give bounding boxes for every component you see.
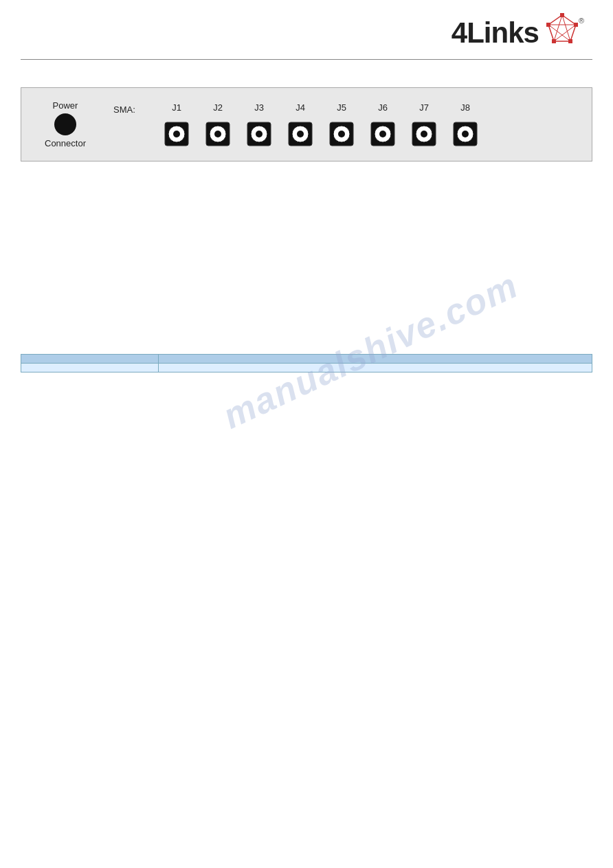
sma-port-J6: [362, 121, 403, 147]
sma-port-J3: [238, 121, 280, 147]
table-row: [21, 364, 592, 372]
svg-rect-10: [546, 23, 550, 27]
table-cell-col1: [21, 364, 159, 372]
svg-point-34: [462, 131, 469, 137]
sma-port-J8-label: J8: [460, 102, 470, 113]
logo-text: 4Links: [452, 16, 539, 49]
svg-rect-9: [552, 39, 556, 43]
svg-point-22: [297, 131, 304, 137]
sma-port-J2: [197, 121, 238, 147]
sma-port-J5-label: J5: [337, 102, 346, 113]
svg-line-1: [562, 15, 570, 41]
svg-point-28: [379, 131, 386, 137]
sma-port-J8-label-group: J8: [445, 102, 486, 117]
logo: 4Links ®: [452, 14, 586, 52]
power-label-top: Power: [53, 100, 78, 111]
sma-port-J5: [321, 121, 362, 147]
svg-point-19: [256, 131, 263, 137]
svg-point-13: [173, 131, 180, 137]
table-header-col1: [21, 355, 159, 364]
power-connector-icon: [54, 113, 76, 135]
svg-rect-7: [574, 23, 578, 27]
svg-line-3: [554, 25, 576, 41]
registered-symbol: ®: [579, 16, 584, 25]
svg-line-2: [554, 15, 562, 41]
sma-port-J1-label-group: J1: [156, 102, 197, 117]
power-label-bottom: Connector: [45, 138, 86, 148]
sma-header-row: SMA: J1 J2 J3 J4 J5: [113, 102, 486, 117]
data-table: [21, 354, 592, 372]
sma-port-J7-label: J7: [419, 102, 429, 113]
table-header-col2: [159, 355, 592, 364]
sma-port-J4-label: J4: [296, 102, 305, 113]
svg-point-31: [421, 131, 427, 137]
power-connector-section: Power Connector: [38, 100, 93, 148]
sma-port-J8: [445, 121, 486, 147]
svg-rect-8: [568, 39, 572, 43]
sma-port-J7-label-group: J7: [403, 102, 445, 117]
svg-line-4: [548, 25, 570, 41]
svg-rect-6: [560, 13, 564, 17]
header: 4Links ®: [0, 0, 613, 52]
sma-port-J4: [280, 121, 321, 147]
connector-diagram: Power Connector SMA: J1 J2 J3: [21, 87, 592, 162]
svg-point-25: [338, 131, 345, 137]
sma-port-J2-label: J2: [213, 102, 223, 113]
sma-port-J6-label-group: J6: [362, 102, 403, 117]
table-container: [21, 354, 592, 372]
sma-port-J4-label-group: J4: [280, 102, 321, 117]
sma-port-J6-label: J6: [378, 102, 388, 113]
sma-port-J7: [403, 121, 445, 147]
sma-port-J3-label: J3: [254, 102, 264, 113]
sma-port-J3-label-group: J3: [238, 102, 280, 117]
svg-point-16: [214, 131, 221, 137]
sma-port-J1: [156, 121, 197, 147]
sma-port-J2-label-group: J2: [197, 102, 238, 117]
sma-port-J1-label: J1: [172, 102, 181, 113]
sma-label: SMA:: [113, 104, 148, 115]
table-cell-col2: [159, 364, 592, 372]
sma-port-J5-label-group: J5: [321, 102, 362, 117]
sma-section: SMA: J1 J2 J3 J4 J5: [113, 102, 486, 147]
main-content: Power Connector SMA: J1 J2 J3: [0, 60, 613, 393]
logo-icon: [544, 11, 580, 49]
sma-connectors-row: [156, 121, 486, 147]
